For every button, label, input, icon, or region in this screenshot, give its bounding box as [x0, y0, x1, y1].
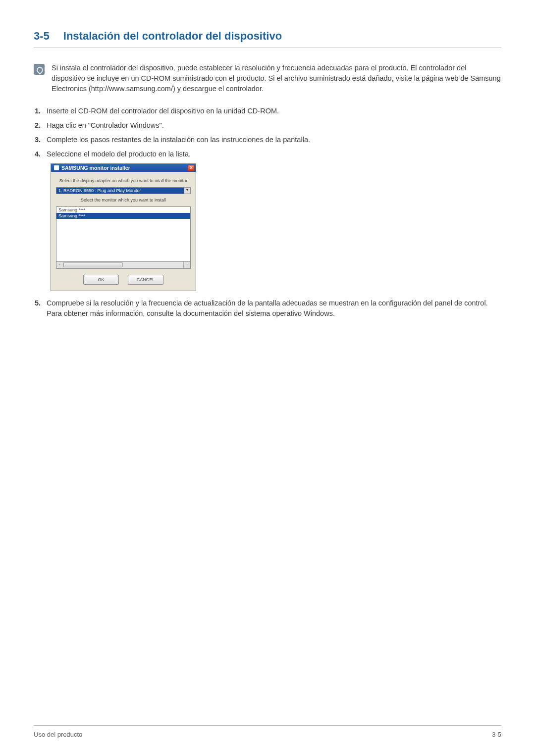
step-item: Inserte el CD-ROM del controlador del di…	[35, 106, 501, 116]
installer-titlebar: SAMSUNG monitor installer ×	[51, 164, 196, 172]
adapter-select[interactable]: 1. RADEON 9550 : Plug and Play Monitor ▾	[56, 187, 191, 194]
scroll-track[interactable]	[63, 262, 183, 268]
monitor-list[interactable]: Samsung **** Samsung ****	[56, 206, 191, 262]
list-item[interactable]: Samsung ****	[56, 207, 190, 213]
installer-body: Select the display adapter on which you …	[51, 172, 196, 291]
steps-list: Inserte el CD-ROM del controlador del di…	[35, 106, 501, 319]
step-item: Seleccione el modelo del producto en la …	[35, 149, 501, 291]
step-text: Complete los pasos restantes de la insta…	[47, 136, 310, 144]
step-text: Seleccione el modelo del producto en la …	[47, 150, 191, 158]
step-text: Compruebe si la resolución y la frecuenc…	[47, 299, 488, 317]
scroll-right-button[interactable]: ›	[183, 262, 190, 268]
page-footer: Uso del producto 3-5	[34, 725, 501, 738]
installer-window: SAMSUNG monitor installer × Select the d…	[51, 163, 196, 291]
app-icon	[54, 165, 59, 170]
page-heading: 3-5Instalación del controlador del dispo…	[34, 30, 501, 48]
monitor-label: Select the monitor which you want to ins…	[56, 197, 191, 203]
horizontal-scrollbar[interactable]: ‹ ›	[56, 262, 191, 269]
installer-title-text: SAMSUNG monitor installer	[61, 164, 130, 172]
chevron-down-icon[interactable]: ▾	[184, 188, 190, 194]
note-text: Si instala el controlador del dispositiv…	[52, 63, 501, 94]
step-text: Haga clic en "Controlador Windows".	[47, 121, 164, 129]
installer-button-row: OK CANCEL	[56, 275, 191, 285]
footer-left: Uso del producto	[34, 731, 82, 738]
note-icon	[34, 64, 45, 75]
step-item: Complete los pasos restantes de la insta…	[35, 135, 501, 145]
adapter-value: 1. RADEON 9550 : Plug and Play Monitor	[56, 188, 184, 194]
list-item[interactable]: Samsung ****	[56, 213, 190, 219]
cancel-button[interactable]: CANCEL	[128, 275, 163, 285]
footer-right: 3-5	[492, 731, 501, 738]
heading-title: Instalación del controlador del disposit…	[63, 30, 282, 42]
step-item: Haga clic en "Controlador Windows".	[35, 120, 501, 131]
step-text: Inserte el CD-ROM del controlador del di…	[47, 107, 279, 115]
heading-number: 3-5	[34, 30, 50, 42]
ok-button[interactable]: OK	[83, 275, 119, 285]
note-block: Si instala el controlador del dispositiv…	[34, 63, 501, 94]
adapter-label: Select the display adapter on which you …	[56, 178, 191, 184]
step-item: Compruebe si la resolución y la frecuenc…	[35, 298, 501, 319]
close-button[interactable]: ×	[188, 165, 195, 171]
scroll-left-button[interactable]: ‹	[56, 262, 63, 268]
scroll-thumb[interactable]	[63, 262, 123, 267]
